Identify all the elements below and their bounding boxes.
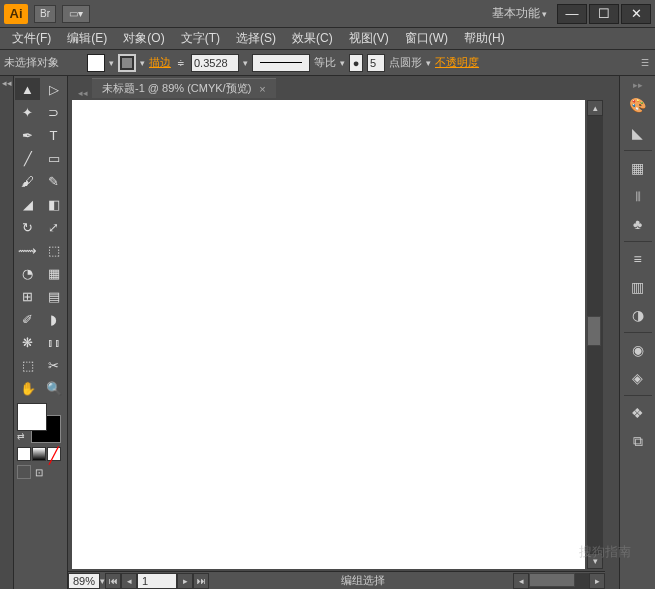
eyedropper-tool[interactable]: ✐	[15, 308, 40, 330]
appearance-panel-icon[interactable]: ◉	[624, 337, 652, 363]
transparency-panel-icon[interactable]: ◑	[624, 302, 652, 328]
right-panel-dock: ▸▸ 🎨 ◣ ▦ ⫴ ♣ ≡ ▥ ◑ ◉ ◈ ❖ ⧉	[619, 76, 655, 589]
swap-colors-icon[interactable]: ⇄	[17, 431, 25, 441]
width-tool[interactable]: ⟿	[15, 239, 40, 261]
tab-close-icon[interactable]: ×	[259, 83, 265, 95]
zoom-level[interactable]: 89%	[68, 573, 100, 589]
line-tool[interactable]: ╱	[15, 147, 40, 169]
chevron-down-icon[interactable]: ▾	[140, 58, 145, 68]
stroke-scale-label: 等比	[314, 55, 336, 70]
magic-wand-tool[interactable]: ✦	[15, 101, 40, 123]
foreground-color[interactable]	[17, 403, 47, 431]
canvas[interactable]	[72, 100, 585, 569]
expand-arrow-icon[interactable]: ◂◂	[0, 76, 13, 90]
layers-panel-icon[interactable]: ❖	[624, 400, 652, 426]
mesh-tool[interactable]: ⊞	[15, 285, 40, 307]
fill-mode[interactable]	[17, 447, 31, 461]
status-bar: 89% ▾ ⏮ ◂ 1 ▸ ⏭ 编组选择 ◂ ▸	[68, 571, 605, 589]
none-mode[interactable]: ╱	[47, 447, 61, 461]
menu-view[interactable]: 视图(V)	[341, 30, 397, 47]
artboard-tool[interactable]: ⬚	[15, 354, 40, 376]
page-number-input[interactable]: 1	[137, 573, 177, 589]
workspace-switcher[interactable]: 基本功能 ▾	[486, 5, 555, 22]
pencil-tool[interactable]: ✎	[41, 170, 66, 192]
paintbrush-tool[interactable]: 🖌	[15, 170, 40, 192]
brush-type-label: 点圆形	[389, 55, 422, 70]
type-tool[interactable]: T	[41, 124, 66, 146]
stroke-weight-stepper[interactable]: ≑	[175, 58, 187, 68]
brushes-panel-icon[interactable]: ⫴	[624, 183, 652, 209]
first-page-icon[interactable]: ⏮	[105, 573, 121, 589]
scroll-right-icon[interactable]: ▸	[589, 573, 605, 589]
panel-menu-icon[interactable]: ☰	[639, 58, 651, 68]
close-button[interactable]: ✕	[621, 4, 651, 24]
scroll-up-icon[interactable]: ▴	[587, 100, 603, 116]
symbols-panel-icon[interactable]: ♣	[624, 211, 652, 237]
opacity-link[interactable]: 不透明度	[435, 55, 479, 70]
gradient-tool[interactable]: ▤	[41, 285, 66, 307]
tab-handle-icon[interactable]: ◂◂	[78, 88, 92, 98]
zoom-tool[interactable]: 🔍	[41, 377, 66, 399]
rotate-tool[interactable]: ↻	[15, 216, 40, 238]
menu-object[interactable]: 对象(O)	[115, 30, 172, 47]
stroke-weight-input[interactable]: 0.3528	[191, 54, 239, 72]
collapse-arrow-icon[interactable]: ▸▸	[633, 80, 643, 90]
shape-builder-tool[interactable]: ◔	[15, 262, 40, 284]
fill-swatch[interactable]	[87, 54, 105, 72]
graphic-styles-icon[interactable]: ◈	[624, 365, 652, 391]
prev-page-icon[interactable]: ◂	[121, 573, 137, 589]
free-transform-tool[interactable]: ⬚	[41, 239, 66, 261]
menu-window[interactable]: 窗口(W)	[397, 30, 456, 47]
rectangle-tool[interactable]: ▭	[41, 147, 66, 169]
menu-select[interactable]: 选择(S)	[228, 30, 284, 47]
pen-tool[interactable]: ✒	[15, 124, 40, 146]
arrange-button[interactable]: ▭▾	[62, 5, 90, 23]
scroll-left-icon[interactable]: ◂	[513, 573, 529, 589]
lasso-tool[interactable]: ⊃	[41, 101, 66, 123]
menu-help[interactable]: 帮助(H)	[456, 30, 513, 47]
gradient-panel-icon[interactable]: ▥	[624, 274, 652, 300]
maximize-button[interactable]: ☐	[589, 4, 619, 24]
chevron-down-icon[interactable]: ▾	[109, 58, 114, 68]
document-tab[interactable]: 未标题-1 @ 89% (CMYK/预览) ×	[92, 78, 276, 98]
screen-mode[interactable]	[17, 465, 31, 479]
minimize-button[interactable]: —	[557, 4, 587, 24]
next-page-icon[interactable]: ▸	[177, 573, 193, 589]
scroll-down-icon[interactable]: ▾	[587, 553, 603, 569]
last-page-icon[interactable]: ⏭	[193, 573, 209, 589]
color-picker[interactable]: ⇄	[15, 403, 63, 445]
brush-size-input[interactable]: 5	[367, 54, 385, 72]
menu-edit[interactable]: 编辑(E)	[59, 30, 115, 47]
artboards-panel-icon[interactable]: ⧉	[624, 428, 652, 454]
menu-effect[interactable]: 效果(C)	[284, 30, 341, 47]
hand-tool[interactable]: ✋	[15, 377, 40, 399]
selection-tool[interactable]: ▲	[15, 78, 40, 100]
horizontal-scrollbar[interactable]	[529, 573, 589, 589]
right-dock-strip	[605, 76, 619, 589]
stroke-swatch[interactable]	[118, 54, 136, 72]
gradient-mode[interactable]	[32, 447, 46, 461]
stroke-style-preview[interactable]	[252, 54, 310, 72]
chevron-down-icon[interactable]: ▾	[243, 58, 248, 68]
bridge-button[interactable]: Br	[34, 5, 56, 23]
eraser-tool[interactable]: ◧	[41, 193, 66, 215]
screen-mode-toggle[interactable]: ⊡	[32, 465, 46, 479]
swatches-panel-icon[interactable]: ▦	[624, 155, 652, 181]
vertical-scrollbar[interactable]: ▴ ▾	[587, 100, 603, 569]
slice-tool[interactable]: ✂	[41, 354, 66, 376]
chevron-down-icon[interactable]: ▾	[340, 58, 345, 68]
perspective-tool[interactable]: ▦	[41, 262, 66, 284]
blob-brush-tool[interactable]: ◢	[15, 193, 40, 215]
graph-tool[interactable]: ⫾⫾	[41, 331, 66, 353]
chevron-down-icon[interactable]: ▾	[426, 58, 431, 68]
direct-selection-tool[interactable]: ▷	[41, 78, 66, 100]
menu-type[interactable]: 文字(T)	[173, 30, 228, 47]
scale-tool[interactable]: ⤢	[41, 216, 66, 238]
symbol-sprayer-tool[interactable]: ❋	[15, 331, 40, 353]
stroke-link[interactable]: 描边	[149, 55, 171, 70]
color-panel-icon[interactable]: 🎨	[624, 92, 652, 118]
stroke-panel-icon[interactable]: ≡	[624, 246, 652, 272]
menu-file[interactable]: 文件(F)	[4, 30, 59, 47]
color-guide-icon[interactable]: ◣	[624, 120, 652, 146]
blend-tool[interactable]: ◗	[41, 308, 66, 330]
